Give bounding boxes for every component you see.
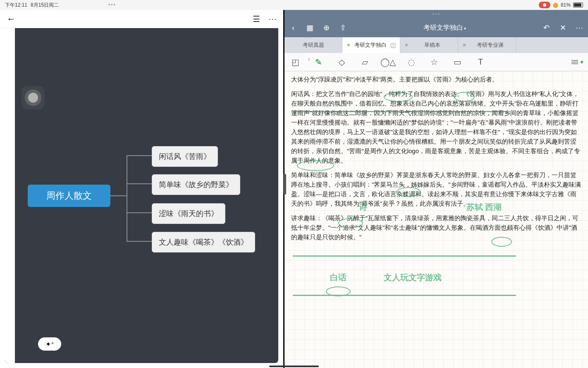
multitask-dots-right[interactable]: ••• [284,10,588,18]
tab-bookmark-icon[interactable]: ◫ [390,42,396,48]
mindmap-app: ← ☰ ⋯ 周作人散文 闲话风《苦雨》 简单味《故乡的野菜》 涩味《雨天的书》 … [0,10,284,368]
active-color-indicator[interactable] [581,61,583,63]
lasso-tool-icon[interactable]: ◌ [405,56,417,68]
screen-recording-indicator[interactable] [539,2,550,8]
mindmap-child-node[interactable]: 简单味《故乡的野菜》 [152,174,240,195]
document-title[interactable]: 考研文学独白▾ [355,24,534,32]
tab-exam-questions[interactable]: 考研真题 [284,37,342,53]
mindmap-child-node[interactable]: 闲话风《苦雨》 [152,146,218,167]
status-date: 8月15日周二 [31,2,59,9]
close-icon[interactable]: ✕ [558,23,567,32]
mindmap-canvas[interactable]: 周作人散文 闲话风《苦雨》 简单味《故乡的野菜》 涩味《雨天的书》 文人趣味《喝… [5,28,278,363]
grid-view-icon[interactable]: ▦ [305,23,314,32]
share-icon[interactable]: ⇧ [338,23,347,32]
note-page[interactable]: 大体分为"浮躁凌厉"和"冲淡平和"两类。主要把握以《苦雨》为核心的后者。 闲话风… [284,71,588,368]
tab-draft[interactable]: ✕草稿本 [400,37,458,53]
mindmap-root-node[interactable]: 周作人散文 [28,185,110,207]
battery-icon [573,2,583,7]
split-view-handle[interactable] [284,174,286,195]
drawing-tools: ◰ ᚼ✎ ◇ ▱ ◯△ ◌ ☆ ▭ T [284,53,588,71]
note-text-content: 大体分为"浮躁凌厉"和"冲淡平和"两类。主要把握以《苦雨》为核心的后者。 闲话风… [291,75,581,242]
status-time: 下午12:11 [5,2,27,9]
notes-toolbar: ‹ ▦ ⊕ ⇧ 考研文学独白▾ ↶ ✕ ⋯ [284,18,588,37]
tab-major-course[interactable]: ✕考研专业课 [458,37,516,53]
tab-close-icon[interactable]: ✕ [347,42,351,48]
magic-fab-button[interactable]: ✦⁺ [38,337,61,351]
pan-tool-icon[interactable]: ◰ [289,56,301,68]
style-menu-icon[interactable] [571,60,578,64]
wifi-icon: ⬤ [553,2,558,8]
pen-tool-icon[interactable]: ᚼ✎ [313,56,324,68]
document-tabs: 考研真题 ✕ 考研文学独白 ◫ ✕草稿本 ✕考研专业课 [284,37,588,53]
nav-back-icon[interactable]: ‹ [289,24,298,32]
ipad-status-bar: 下午12:11 8月15日周二 ••• ⬤ 81% [0,0,588,10]
multitask-dots-left[interactable]: ••• [108,2,116,8]
home-indicator[interactable] [269,366,319,367]
canvas-sidebar [5,28,15,363]
assistive-touch[interactable] [22,86,45,109]
more-icon[interactable]: ⋯ [268,14,277,24]
more-menu-icon[interactable]: ⋯ [575,23,584,32]
back-button[interactable]: ← [7,14,16,24]
outline-icon[interactable]: ☰ [253,14,260,24]
mindmap-child-node[interactable]: 涩味《雨天的书》 [152,203,225,224]
highlighter-tool-icon[interactable]: ▱ [359,56,370,68]
add-page-icon[interactable]: ⊕ [322,23,331,32]
mindmap-header: ← ☰ ⋯ [0,10,283,28]
tab-close-icon[interactable]: ✕ [462,42,466,48]
tab-close-icon[interactable]: ✕ [404,42,409,48]
text-tool-icon[interactable]: T [475,56,486,68]
undo-icon[interactable]: ↶ [542,23,551,32]
shape-tool-icon[interactable]: ◯△ [382,56,394,68]
notes-app: ••• ‹ ▦ ⊕ ⇧ 考研文学独白▾ ↶ ✕ ⋯ 考研真题 ✕ 考研文学独白 … [284,10,588,368]
mindmap-child-node[interactable]: 文人趣味《喝茶》《饮酒》 [152,232,255,253]
eraser-tool-icon[interactable]: ◇ [336,56,347,68]
sticker-tool-icon[interactable]: ☆ [428,56,440,68]
battery-percent: 81% [561,2,571,8]
tab-literature-monologue[interactable]: ✕ 考研文学独白 ◫ [342,37,400,53]
image-tool-icon[interactable]: ▭ [452,56,463,68]
chevron-down-icon: ▾ [464,26,466,31]
